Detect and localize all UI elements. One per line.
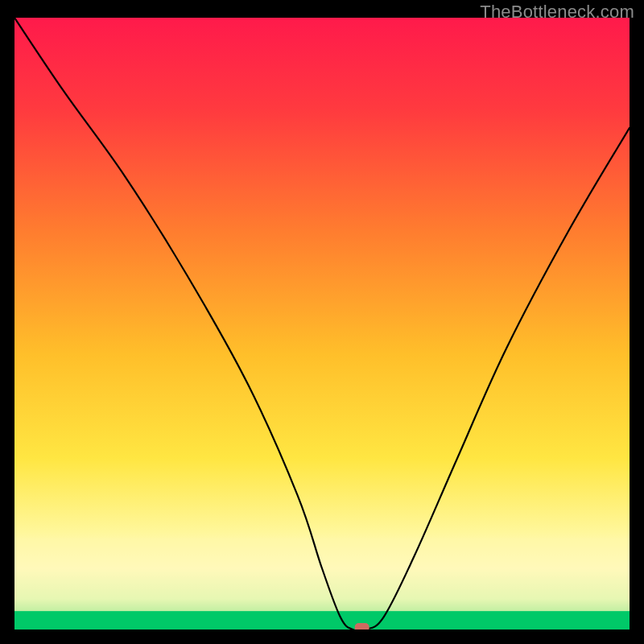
watermark-text: TheBottleneck.com [480, 2, 634, 23]
optimal-marker [355, 623, 369, 630]
optimal-band [14, 611, 630, 630]
plot-area [14, 18, 630, 630]
chart-frame: TheBottleneck.com [0, 0, 644, 644]
near-optimal-band [14, 538, 630, 611]
chart-svg [14, 18, 630, 630]
